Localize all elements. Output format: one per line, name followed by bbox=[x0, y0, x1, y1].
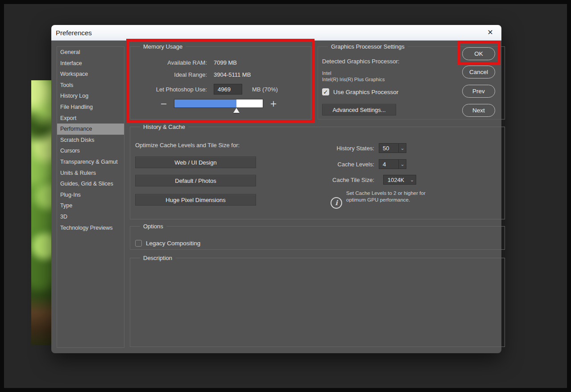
ram-amount-input[interactable] bbox=[214, 84, 242, 95]
sidebar-item-performance[interactable]: Performance bbox=[57, 124, 124, 135]
memory-usage-legend: Memory Usage bbox=[140, 43, 186, 50]
sidebar-item-3d[interactable]: 3D bbox=[57, 211, 124, 223]
cache-tile-size-row: Cache Tile Size: 1024K ⌄ bbox=[264, 175, 416, 185]
preferences-sidebar: General Interface Workspace Tools Histor… bbox=[57, 46, 124, 348]
memory-slider-track[interactable] bbox=[174, 99, 263, 108]
available-ram-value: 7099 MB bbox=[214, 59, 237, 66]
gpu-vendor-text: Intel bbox=[322, 70, 331, 76]
sidebar-item-workspace[interactable]: Workspace bbox=[57, 69, 124, 80]
web-ui-design-button[interactable]: Web / UI Design bbox=[135, 157, 256, 168]
advanced-settings-button[interactable]: Advanced Settings... bbox=[322, 104, 396, 116]
use-graphics-processor-label: Use Graphics Processor bbox=[333, 89, 398, 95]
sidebar-item-transparency-gamut[interactable]: Transparency & Gamut bbox=[57, 157, 124, 168]
huge-pixel-dimensions-button[interactable]: Huge Pixel Dimensions bbox=[135, 194, 256, 206]
history-cache-legend: History & Cache bbox=[140, 123, 188, 131]
sidebar-item-history-log[interactable]: History Log bbox=[57, 91, 124, 102]
cancel-button[interactable]: Cancel bbox=[462, 66, 495, 78]
description-content bbox=[135, 264, 500, 342]
sidebar-item-general[interactable]: General bbox=[57, 47, 124, 58]
cache-tile-size-label: Cache Tile Size: bbox=[264, 177, 374, 183]
sidebar-item-scratch-disks[interactable]: Scratch Disks bbox=[57, 135, 124, 146]
gpu-model-text: Intel(R) Iris(R) Plus Graphics bbox=[322, 77, 385, 82]
history-cache-group: History & Cache Optimize Cache Levels an… bbox=[130, 127, 505, 219]
desktop-background: Preferences ✕ General Interface Workspac… bbox=[4, 4, 567, 388]
detected-gpu-label: Detected Graphics Processor: bbox=[322, 58, 399, 65]
slider-minus-icon[interactable]: − bbox=[160, 99, 168, 108]
chevron-down-icon: ⌄ bbox=[408, 175, 416, 184]
history-states-label: History States: bbox=[264, 145, 374, 152]
use-gpu-row: ✓ Use Graphics Processor bbox=[322, 88, 398, 95]
memory-slider-handle[interactable] bbox=[233, 108, 240, 113]
cache-levels-value: 4 bbox=[379, 161, 398, 168]
sidebar-item-tools[interactable]: Tools bbox=[57, 80, 124, 91]
dialog-titlebar: Preferences ✕ bbox=[51, 25, 501, 41]
legacy-compositing-checkbox[interactable] bbox=[135, 240, 142, 247]
graphics-processor-legend: Graphics Processor Settings bbox=[328, 43, 408, 50]
description-group: Description bbox=[130, 258, 505, 347]
sidebar-item-cursors[interactable]: Cursors bbox=[57, 145, 124, 157]
default-photos-button[interactable]: Default / Photos bbox=[135, 175, 256, 186]
chevron-down-icon: ⌄ bbox=[398, 144, 406, 153]
chevron-down-icon: ⌄ bbox=[398, 160, 406, 169]
ideal-range-row: Ideal Range: 3904-5111 MB bbox=[130, 70, 311, 79]
sidebar-item-units-rulers[interactable]: Units & Rulers bbox=[57, 168, 124, 179]
next-button[interactable]: Next bbox=[462, 104, 495, 117]
info-icon: i bbox=[331, 197, 342, 209]
available-ram-label: Available RAM: bbox=[130, 59, 207, 66]
sidebar-item-interface[interactable]: Interface bbox=[57, 58, 124, 69]
ideal-range-label: Ideal Range: bbox=[130, 71, 207, 78]
options-group: Options Legacy Compositing bbox=[130, 226, 505, 250]
cache-tile-size-dropdown[interactable]: 1024K ⌄ bbox=[383, 175, 416, 185]
optimize-cache-label: Optimize Cache Levels and Tile Size for: bbox=[135, 142, 240, 149]
ok-button[interactable]: OK bbox=[462, 47, 495, 60]
sidebar-item-plug-ins[interactable]: Plug-Ins bbox=[57, 190, 124, 201]
sidebar-item-type[interactable]: Type bbox=[57, 200, 124, 211]
sidebar-item-technology-previews[interactable]: Technology Previews bbox=[57, 223, 124, 234]
let-photoshop-use-row: Let Photoshop Use: MB (70%) bbox=[130, 83, 311, 95]
history-states-dropdown[interactable]: 50 ⌄ bbox=[379, 143, 406, 153]
let-photoshop-use-label: Let Photoshop Use: bbox=[130, 86, 207, 93]
available-ram-row: Available RAM: 7099 MB bbox=[130, 58, 311, 67]
legacy-compositing-row: Legacy Compositing bbox=[135, 240, 200, 247]
sidebar-item-file-handling[interactable]: File Handling bbox=[57, 102, 124, 113]
cache-levels-dropdown[interactable]: 4 ⌄ bbox=[379, 159, 406, 169]
cache-info-text: Set Cache Levels to 2 or higher for opti… bbox=[346, 190, 426, 203]
memory-slider-fill bbox=[174, 99, 236, 107]
sidebar-item-export[interactable]: Export bbox=[57, 113, 124, 124]
legacy-compositing-label: Legacy Compositing bbox=[146, 240, 200, 247]
memory-usage-group: Memory Usage Available RAM: 7099 MB Idea… bbox=[130, 46, 311, 120]
close-icon[interactable]: ✕ bbox=[485, 28, 495, 37]
history-states-row: History States: 50 ⌄ bbox=[264, 143, 406, 153]
background-photo bbox=[31, 80, 52, 345]
ideal-range-value: 3904-5111 MB bbox=[214, 71, 251, 78]
dialog-title: Preferences bbox=[51, 29, 92, 37]
preferences-dialog: Preferences ✕ General Interface Workspac… bbox=[51, 25, 501, 353]
memory-slider-row: − + bbox=[160, 99, 277, 108]
description-legend: Description bbox=[140, 254, 175, 262]
cache-levels-row: Cache Levels: 4 ⌄ bbox=[264, 159, 406, 169]
options-legend: Options bbox=[140, 223, 166, 230]
background-photo-bokeh bbox=[31, 80, 52, 345]
cache-tile-size-value: 1024K bbox=[384, 177, 408, 183]
cache-levels-label: Cache Levels: bbox=[264, 161, 374, 168]
slider-plus-icon[interactable]: + bbox=[269, 99, 277, 108]
cache-info-line2: optimum GPU performance. bbox=[346, 197, 426, 203]
cache-info-line1: Set Cache Levels to 2 or higher for bbox=[346, 190, 426, 197]
ram-suffix-label: MB (70%) bbox=[252, 86, 278, 93]
use-graphics-processor-checkbox[interactable]: ✓ bbox=[322, 88, 329, 95]
history-states-value: 50 bbox=[379, 145, 398, 152]
sidebar-item-guides-grid-slices[interactable]: Guides, Grid & Slices bbox=[57, 178, 124, 190]
prev-button[interactable]: Prev bbox=[462, 85, 495, 98]
